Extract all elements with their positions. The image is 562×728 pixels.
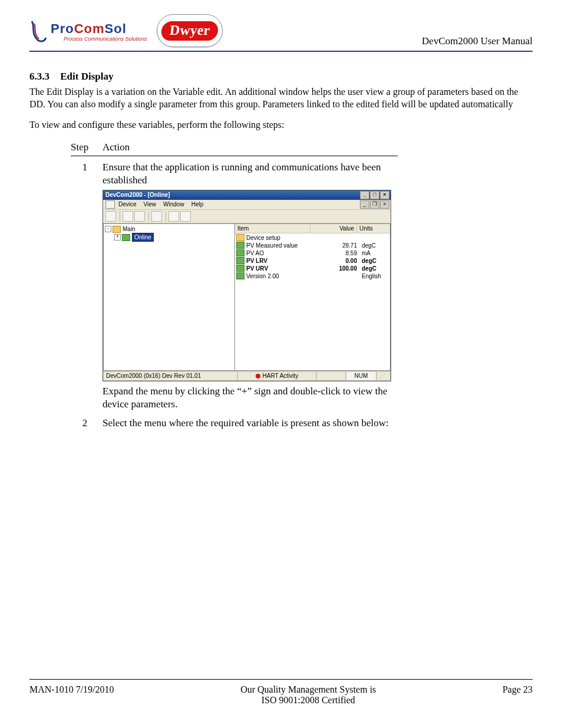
toolbar bbox=[103, 210, 391, 223]
list-item-units: degC bbox=[359, 257, 390, 265]
section-number: 6.3.3 bbox=[29, 71, 49, 82]
footer-center-line2: ISO 9001:2008 Certified bbox=[114, 695, 503, 706]
list-item[interactable]: PV URV100.00degC bbox=[235, 265, 390, 272]
status-left: DevCom2000 (0x16) Dev Rev 01.01 bbox=[103, 371, 237, 381]
section-heading: 6.3.3 Edit Display bbox=[29, 71, 533, 83]
col-units-header[interactable]: Units bbox=[357, 224, 390, 233]
toolbar-button[interactable] bbox=[105, 211, 116, 222]
mdi-minimize-icon[interactable]: _ bbox=[360, 200, 369, 209]
step-1-cell: Ensure that the application is running a… bbox=[103, 156, 398, 412]
list-item-value: 100.00 bbox=[316, 265, 359, 272]
list-item-name: Device setup bbox=[246, 234, 316, 242]
devcom-screenshot: DevCom2000 - [Online] _ □ × Device View … bbox=[103, 190, 391, 381]
app-title: DevCom2000 - [Online] bbox=[105, 191, 170, 199]
document-title: DevCom2000 User Manual bbox=[422, 35, 533, 47]
toolbar-button[interactable] bbox=[168, 211, 179, 222]
tree-pane[interactable]: - Main + Online bbox=[103, 223, 235, 371]
expand-icon[interactable]: + bbox=[114, 234, 121, 241]
footer-center: Our Quality Management System is ISO 900… bbox=[114, 684, 503, 706]
toolbar-button[interactable] bbox=[151, 211, 162, 222]
procomsol-tagline: Process Communications Solutions bbox=[64, 37, 147, 42]
menu-bar: Device View Window Help _ ❐ × bbox=[103, 200, 391, 210]
footer-center-line1: Our Quality Management System is bbox=[114, 684, 503, 695]
activity-indicator-icon bbox=[256, 374, 260, 378]
list-item-units: English bbox=[359, 272, 390, 280]
folder-icon bbox=[113, 226, 121, 233]
resize-grip-icon[interactable]: ⋰ bbox=[376, 371, 391, 381]
footer-left: MAN-1010 7/19/2010 bbox=[29, 684, 114, 695]
folder-icon bbox=[236, 234, 244, 241]
menu-view[interactable]: View bbox=[144, 200, 157, 208]
col-header-action: Action bbox=[103, 139, 398, 156]
col-header-step: Step bbox=[71, 139, 103, 156]
list-item[interactable]: Device setup bbox=[235, 234, 390, 242]
status-spacer bbox=[316, 371, 346, 381]
col-item-header[interactable]: Item bbox=[235, 224, 310, 233]
toolbar-button[interactable] bbox=[180, 211, 191, 222]
logo-group: ProComSol Process Communications Solutio… bbox=[29, 14, 223, 50]
menu-window[interactable]: Window bbox=[163, 200, 184, 208]
step-2-action: Select the menu where the required varia… bbox=[103, 412, 398, 431]
list-item[interactable]: PV Measured value28.71degC bbox=[235, 242, 390, 249]
status-bar: DevCom2000 (0x16) Dev Rev 01.01 HART Act… bbox=[103, 371, 391, 381]
tree-online-label: Online bbox=[132, 233, 154, 242]
dwyer-logo: Dwyer bbox=[157, 14, 223, 47]
list-item-value: 0.00 bbox=[316, 257, 359, 265]
maximize-icon[interactable]: □ bbox=[370, 191, 379, 199]
parameter-icon bbox=[236, 257, 244, 264]
procomsol-wordmark: ProComSol bbox=[51, 22, 147, 35]
close-icon[interactable]: × bbox=[380, 191, 389, 199]
app-titlebar: DevCom2000 - [Online] _ □ × bbox=[103, 190, 391, 200]
collapse-icon[interactable]: - bbox=[105, 226, 111, 232]
status-numlock: NUM bbox=[346, 371, 376, 381]
list-item-value: 8.59 bbox=[316, 249, 359, 257]
list-item-name: Version 2.00 bbox=[246, 272, 316, 280]
minimize-icon[interactable]: _ bbox=[360, 191, 369, 199]
toolbar-button[interactable] bbox=[123, 211, 133, 222]
list-item-name: PV Measured value bbox=[246, 242, 316, 249]
list-item[interactable]: PV AO8.59mA bbox=[235, 249, 390, 257]
tree-online-row[interactable]: + Online bbox=[105, 233, 233, 242]
toolbar-button[interactable] bbox=[134, 211, 145, 222]
page-header: ProComSol Process Communications Solutio… bbox=[29, 14, 533, 52]
list-item-units: degC bbox=[359, 242, 390, 249]
step-2-number: 2 bbox=[71, 412, 103, 431]
step-1-number: 1 bbox=[71, 156, 103, 412]
device-node-icon bbox=[122, 234, 130, 241]
parameter-icon bbox=[236, 272, 244, 279]
list-item-name: PV AO bbox=[246, 249, 316, 257]
procomsol-logo: ProComSol Process Communications Solutio… bbox=[29, 20, 147, 44]
parameter-icon bbox=[236, 242, 244, 249]
list-item-name: PV URV bbox=[246, 265, 316, 272]
intro-paragraph-2: To view and configure these variables, p… bbox=[29, 119, 533, 131]
tree-root-label: Main bbox=[123, 225, 135, 233]
menu-device[interactable]: Device bbox=[118, 200, 137, 208]
mdi-close-icon[interactable]: × bbox=[380, 200, 389, 209]
footer-right: Page 23 bbox=[503, 684, 533, 695]
dwyer-wordmark: Dwyer bbox=[160, 21, 219, 41]
step-1-post: Expand the menu by clicking the “+” sign… bbox=[103, 385, 394, 411]
list-item-name: PV LRV bbox=[246, 257, 316, 265]
status-activity-label: HART Activity bbox=[263, 372, 299, 380]
list-item-units: degC bbox=[359, 265, 390, 272]
parameter-icon bbox=[236, 265, 244, 272]
procomsol-swoosh-icon bbox=[29, 20, 47, 44]
steps-table: Step Action 1 Ensure that the applicatio… bbox=[71, 139, 398, 430]
list-pane[interactable]: Item Value Units Device setupPV Measured… bbox=[235, 223, 391, 371]
page-footer: MAN-1010 7/19/2010 Our Quality Managemen… bbox=[29, 679, 533, 706]
window-buttons: _ □ × bbox=[360, 191, 389, 199]
list-item[interactable]: PV LRV0.00degC bbox=[235, 257, 390, 265]
list-header: Item Value Units bbox=[235, 224, 390, 233]
list-item-units: mA bbox=[359, 249, 390, 257]
status-activity: HART Activity bbox=[237, 371, 316, 381]
list-body: Device setupPV Measured value28.71degCPV… bbox=[235, 233, 390, 370]
parameter-icon bbox=[236, 249, 244, 256]
list-item-value: 28.71 bbox=[316, 242, 359, 249]
list-item[interactable]: Version 2.00English bbox=[235, 272, 390, 280]
mdi-restore-icon[interactable]: ❐ bbox=[370, 200, 379, 209]
tree-root-row[interactable]: - Main bbox=[105, 225, 233, 233]
mdi-system-icon[interactable] bbox=[105, 200, 115, 209]
col-value-header[interactable]: Value bbox=[310, 224, 357, 233]
menu-help[interactable]: Help bbox=[191, 200, 204, 208]
section-title: Edit Display bbox=[60, 71, 113, 82]
